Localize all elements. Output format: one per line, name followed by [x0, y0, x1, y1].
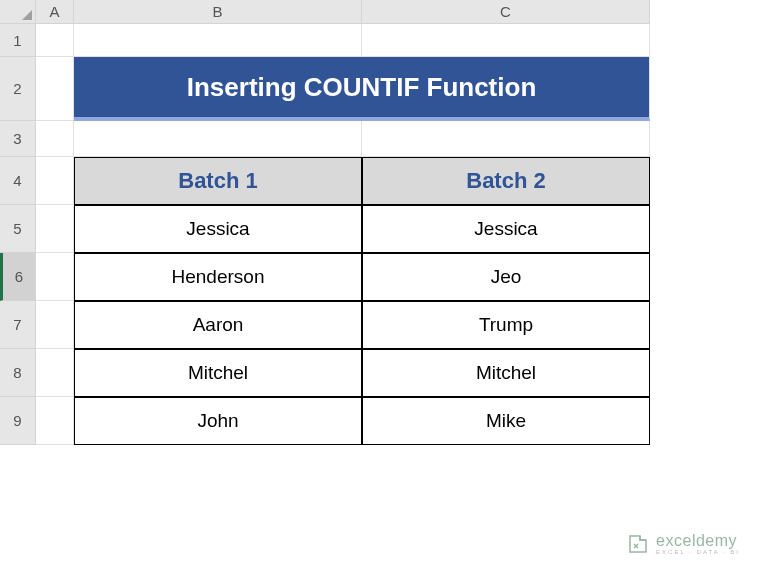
- table-cell-c6[interactable]: Jeo: [362, 253, 650, 301]
- cell-c3[interactable]: [362, 121, 650, 157]
- cell-c1[interactable]: [362, 24, 650, 57]
- row-header-5[interactable]: 5: [0, 205, 36, 253]
- row-header-2[interactable]: 2: [0, 57, 36, 121]
- row-header-8[interactable]: 8: [0, 349, 36, 397]
- cell-a7[interactable]: [36, 301, 74, 349]
- table-cell-b5[interactable]: Jessica: [74, 205, 362, 253]
- table-header-batch1[interactable]: Batch 1: [74, 157, 362, 205]
- cell-a6[interactable]: [36, 253, 74, 301]
- col-header-a[interactable]: A: [36, 0, 74, 24]
- table-cell-c8[interactable]: Mitchel: [362, 349, 650, 397]
- exceldemy-logo-icon: [626, 532, 650, 556]
- table-header-batch2[interactable]: Batch 2: [362, 157, 650, 205]
- table-cell-b9[interactable]: John: [74, 397, 362, 445]
- row-header-3[interactable]: 3: [0, 121, 36, 157]
- cell-a9[interactable]: [36, 397, 74, 445]
- spreadsheet-grid: A B C 1 2 Inserting COUNTIF Function 3 4…: [0, 0, 768, 445]
- col-header-b[interactable]: B: [74, 0, 362, 24]
- table-cell-c9[interactable]: Mike: [362, 397, 650, 445]
- watermark-text: exceldemy EXCEL · DATA · BI: [656, 533, 740, 555]
- row-header-9[interactable]: 9: [0, 397, 36, 445]
- table-cell-b8[interactable]: Mitchel: [74, 349, 362, 397]
- watermark-main: exceldemy: [656, 533, 740, 549]
- cell-b3[interactable]: [74, 121, 362, 157]
- cell-a1[interactable]: [36, 24, 74, 57]
- row-header-6[interactable]: 6: [0, 253, 36, 301]
- cell-a5[interactable]: [36, 205, 74, 253]
- cell-a2[interactable]: [36, 57, 74, 121]
- cell-a8[interactable]: [36, 349, 74, 397]
- cell-a3[interactable]: [36, 121, 74, 157]
- row-header-7[interactable]: 7: [0, 301, 36, 349]
- table-cell-b7[interactable]: Aaron: [74, 301, 362, 349]
- cell-b1[interactable]: [74, 24, 362, 57]
- col-header-c[interactable]: C: [362, 0, 650, 24]
- row-header-1[interactable]: 1: [0, 24, 36, 57]
- table-cell-c5[interactable]: Jessica: [362, 205, 650, 253]
- table-cell-b6[interactable]: Henderson: [74, 253, 362, 301]
- watermark: exceldemy EXCEL · DATA · BI: [626, 532, 740, 556]
- table-cell-c7[interactable]: Trump: [362, 301, 650, 349]
- title-banner[interactable]: Inserting COUNTIF Function: [74, 57, 650, 121]
- cell-a4[interactable]: [36, 157, 74, 205]
- watermark-sub: EXCEL · DATA · BI: [656, 549, 740, 555]
- row-header-4[interactable]: 4: [0, 157, 36, 205]
- select-all-corner[interactable]: [0, 0, 36, 24]
